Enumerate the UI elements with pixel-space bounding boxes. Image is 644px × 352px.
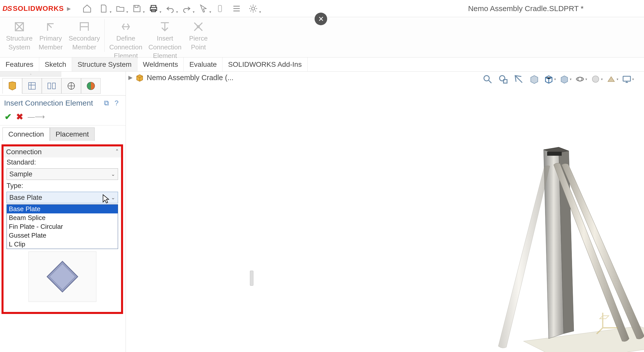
workspace: ◦ Insert Connection Element ⧉ ? ✔ ✖ ―⟶ C… <box>0 72 644 352</box>
connection-preview <box>28 251 96 302</box>
document-title: Nemo Assembly Cradle.SLDPRT * <box>468 4 584 13</box>
svg-rect-6 <box>52 83 55 89</box>
panel-header: Insert Connection Element ⧉ ? <box>0 95 126 111</box>
view-orientation-icon[interactable] <box>544 73 556 85</box>
chevron-up-icon: ˄ <box>116 148 119 155</box>
panel-collapse-handle[interactable]: ◦ <box>0 72 61 77</box>
type-option-gusset-plate[interactable]: Gusset Plate <box>7 231 118 240</box>
svg-rect-0 <box>218 5 221 12</box>
gear-icon[interactable] <box>247 2 259 15</box>
expand-tree-icon[interactable]: ▶ <box>128 74 133 81</box>
insert-connection-element-button[interactable]: Insert Connection Element <box>145 19 185 60</box>
close-overlay-button[interactable]: ✕ <box>315 13 327 25</box>
feature-manager-tab-icon[interactable] <box>3 78 22 94</box>
property-manager-panel: ◦ Insert Connection Element ⧉ ? ✔ ✖ ―⟶ C… <box>0 72 126 352</box>
quick-access-toolbar <box>81 2 259 15</box>
primary-member-button[interactable]: Primary Member <box>36 19 66 52</box>
secondary-member-button[interactable]: Secondary Member <box>66 19 103 52</box>
zoom-to-area-icon[interactable] <box>497 73 509 85</box>
svg-point-15 <box>592 76 599 82</box>
edit-appearance-icon[interactable] <box>591 73 603 85</box>
manager-tab-row <box>0 77 126 95</box>
svg-marker-10 <box>49 264 75 290</box>
mouse-cursor-icon <box>102 194 109 204</box>
graphics-area[interactable]: ▶ Nemo Assembly Cradle (... <box>126 72 644 352</box>
logo-text: SOLIDWORKS <box>13 5 64 13</box>
home-icon[interactable] <box>81 2 93 15</box>
subtab-connection[interactable]: Connection <box>3 127 50 141</box>
logo-menu-arrow-icon[interactable]: ▶ <box>67 6 71 12</box>
svg-marker-22 <box>600 316 609 319</box>
zoom-to-fit-icon[interactable] <box>481 73 494 85</box>
tab-solidworks-addins[interactable]: SOLIDWORKS Add-Ins <box>222 57 308 71</box>
type-dropdown[interactable]: Base Plate ⌄ <box>7 192 118 203</box>
type-option-l-clip[interactable]: L Clip <box>7 240 118 249</box>
previous-view-icon[interactable] <box>513 73 525 85</box>
svg-rect-21 <box>547 152 562 156</box>
property-manager-tab-icon[interactable] <box>22 78 42 94</box>
type-label: Type: <box>4 181 121 191</box>
svg-point-3 <box>197 26 199 28</box>
chevron-down-icon: ⌄ <box>111 195 115 201</box>
pushpin-icon[interactable]: ―⟶ <box>28 113 45 121</box>
structure-system-button[interactable]: Structure System <box>3 19 36 52</box>
chevron-down-icon: ⌄ <box>111 171 115 177</box>
standard-dropdown[interactable]: Sample ⌄ <box>7 168 118 180</box>
part-cube-icon <box>135 73 144 82</box>
tab-sketch[interactable]: Sketch <box>39 57 72 71</box>
select-cursor-icon[interactable] <box>197 2 210 15</box>
type-option-base-plate[interactable]: Base Plate <box>7 205 118 213</box>
define-connection-element-button[interactable]: Define Connection Element <box>106 19 145 60</box>
apply-scene-icon[interactable] <box>606 73 618 85</box>
display-manager-tab-icon[interactable] <box>81 78 101 94</box>
orientation-triad-icon[interactable] <box>594 307 624 337</box>
svg-point-1 <box>251 7 255 10</box>
svg-rect-16 <box>623 76 630 81</box>
configuration-manager-tab-icon[interactable] <box>42 78 61 94</box>
panel-help-icon[interactable]: ? <box>111 98 122 108</box>
ok-button[interactable]: ✔ <box>5 112 12 122</box>
type-dropdown-list[interactable]: Base Plate Beam Splice Fin Plate - Circu… <box>7 204 118 249</box>
connection-rollup-highlight: Connection ˄ Standard: Sample ⌄ Type: Ba… <box>2 144 123 314</box>
type-option-beam-splice[interactable]: Beam Splice <box>7 213 118 222</box>
svg-rect-5 <box>48 83 51 89</box>
cancel-button[interactable]: ✖ <box>16 112 23 122</box>
command-manager-tabs: Features Sketch Structure System Weldmen… <box>0 57 644 72</box>
panel-splitter-handle[interactable] <box>250 271 253 286</box>
breadcrumb-text: Nemo Assembly Cradle (... <box>147 74 234 82</box>
undo-icon[interactable] <box>164 2 176 15</box>
standard-label: Standard: <box>4 157 121 167</box>
type-option-fin-plate-circular[interactable]: Fin Plate - Circular <box>7 222 118 231</box>
display-style-icon[interactable] <box>559 73 572 85</box>
subtab-placement[interactable]: Placement <box>50 127 95 141</box>
dimxpert-manager-tab-icon[interactable] <box>61 78 81 94</box>
tab-weldments[interactable]: Weldments <box>137 57 184 71</box>
svg-rect-4 <box>29 83 35 89</box>
tab-evaluate[interactable]: Evaluate <box>184 57 222 71</box>
app-logo: DS SOLIDWORKS ▶ <box>3 5 71 13</box>
logo-ds-icon: DS <box>3 5 12 13</box>
print-icon[interactable] <box>147 2 160 15</box>
svg-point-12 <box>500 76 505 81</box>
heads-up-toolbar <box>481 73 634 85</box>
options-list-icon[interactable] <box>230 2 243 15</box>
section-view-icon[interactable] <box>528 73 540 85</box>
tab-features[interactable]: Features <box>0 57 39 71</box>
panel-title: Insert Connection Element <box>4 99 101 107</box>
svg-point-11 <box>484 76 489 81</box>
open-icon[interactable] <box>114 2 127 15</box>
connection-rollup-header[interactable]: Connection ˄ <box>4 146 121 157</box>
flyout-feature-tree[interactable]: ▶ Nemo Assembly Cradle (... <box>128 73 234 82</box>
tab-structure-system[interactable]: Structure System <box>72 57 137 71</box>
hide-show-items-icon[interactable] <box>575 73 587 85</box>
redo-icon[interactable] <box>180 2 193 15</box>
rebuild-icon[interactable] <box>214 2 226 15</box>
new-document-icon[interactable] <box>97 2 110 15</box>
view-settings-icon[interactable] <box>622 73 634 85</box>
panel-toggle-help-icon[interactable]: ⧉ <box>101 98 111 108</box>
save-icon[interactable] <box>131 2 143 15</box>
panel-confirm-row: ✔ ✖ ―⟶ <box>0 111 126 125</box>
panel-subtabs: Connection Placement <box>0 125 126 141</box>
pierce-point-button[interactable]: Pierce Point <box>184 19 212 52</box>
